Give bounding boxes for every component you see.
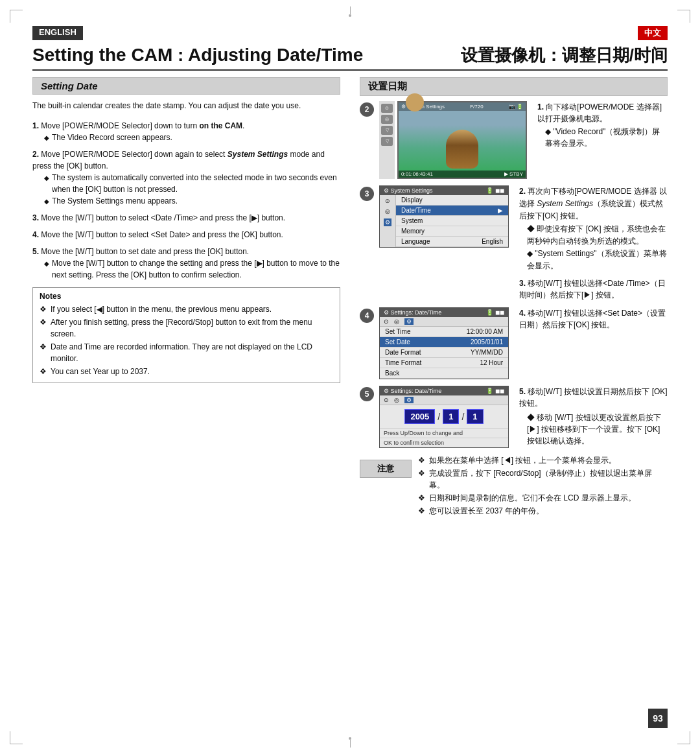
step-5: 5. Move the [W/T] button to set date and… [32,246,340,281]
notes-item-2: ❖ After you finish setting, press the [R… [40,316,333,340]
step-1: 1. Move [POWER/MODE Selector] down to tu… [32,120,340,143]
cn-note-1: ❖ 如果您在菜单中选择 [◀] 按钮，上一个菜单将会显示。 [418,454,668,466]
step-2: 2. Move [POWER/MODE Selector] down again… [32,148,340,207]
lang-badges: ENGLISH 中文 [32,26,668,40]
step-1-bullet: ◆ The Video Record screen appears. [44,132,340,143]
date-month: 1 [443,409,459,424]
date-hint-2: OK to confirm selection [380,438,508,447]
notes-item-3: ❖ Date and Time are recorded information… [40,341,333,364]
main-title-en: Setting the CAM : Adjusting Date/Time [32,45,363,65]
cam-row-4: 4 ⚙ Settings: Date/Time 🔋 ◼◼ ⊙◎⚙ Set [360,307,668,379]
cam-icon-3: ▽ [381,126,393,135]
cam-row-5: 5 ⚙ Settings: Date/Time 🔋 ◼◼ ⊙◎⚙ 200 [360,386,668,448]
lang-badge-cn: 中文 [638,26,668,40]
date-set-screen: ⚙ Settings: Date/Time 🔋 ◼◼ ⊙◎⚙ 2005 / 1 … [379,386,509,448]
cn-step-4-text: 4. 移动[W/T] 按钮以选择<Set Date>（设置日期）然后按下[OK]… [519,307,668,331]
step-4: 4. Move the [W/T] button to select <Set … [32,229,340,241]
cam-icon-1: ⊙ [381,104,393,113]
notes-item-1: ❖ If you select [◀] button in the menu, … [40,303,333,315]
cn-note-4: ❖ 您可以设置长至 2037 年的年份。 [418,505,668,517]
cam-sidebar: ⊙ ◎ ▽ ▽ [379,101,395,179]
step-circle-2: 2 [360,102,374,117]
col-left: Setting Date The built-in calendar creat… [32,77,340,518]
main-title-row: Setting the CAM : Adjusting Date/Time 设置… [32,44,668,71]
video-bottom: 0:01:06:43:41 ▶ STBY [399,171,526,178]
notes-box: Notes ❖ If you select [◀] button in the … [32,287,340,383]
step-circle-4: 4 [360,309,374,323]
cam-icon-2: ◎ [381,115,393,124]
intro-text-en: The built-in calendar creates the date s… [32,100,340,112]
cn-note-2: ❖ 完成设置后，按下 [Record/Stop]（录制/停止）按钮以退出菜单屏幕… [418,467,668,491]
cn-notes-list: ❖ 如果您在菜单中选择 [◀] 按钮，上一个菜单将会显示。 ❖ 完成设置后，按下… [418,454,668,518]
zhuyi-box: 注意 [360,460,412,478]
cam-screens: 2 ⊙ ◎ ▽ ▽ ⚙ System Settings [360,101,668,448]
step-circle-5: 5 [360,387,374,401]
lang-badge-en: ENGLISH [32,26,83,40]
sys-screen-3: ⚙ System Settings 🔋 ◼◼ ⊙ ◎ ⚙ D [379,185,509,248]
section-header-en: Setting Date [32,77,340,95]
cam-row-2: 2 ⊙ ◎ ▽ ▽ ⚙ System Settings [360,101,668,179]
date-day: 1 [467,409,483,424]
date-year: 2005 [404,409,435,424]
video-person-head [406,93,424,112]
notes-item-4: ❖ You can set Year up to 2037. [40,366,333,377]
page-number: 93 [648,709,668,728]
cam-icon-4: ▽ [381,137,393,146]
col-right: 设置日期 2 ⊙ ◎ ▽ ▽ [360,77,668,518]
video-screen: ⚙ System Settings F/720 📷 🔋 0:01:06:43:4… [397,101,527,179]
date-hint-1: Press Up/Down to change and [380,428,508,438]
cn-step-1-text: 1. 向下移动[POWER/MODE 选择器] 以打开摄像机电源。 ◆ "Vid… [537,101,668,149]
section-header-cn: 设置日期 [360,77,668,96]
cn-step-5-text: 5. 移动[W/T] 按钮以设置日期然后按下 [OK] 按钮。 ◆ 移动 [W/… [519,386,668,447]
cn-notes-area: 注意 ❖ 如果您在菜单中选择 [◀] 按钮，上一个菜单将会显示。 ❖ 完成设置后… [360,454,668,518]
step-circle-3: 3 [360,187,374,201]
cam-row-3: 3 ⚙ System Settings 🔋 ◼◼ ⊙ ◎ [360,185,668,301]
dt-screen-4: ⚙ Settings: Date/Time 🔋 ◼◼ ⊙◎⚙ Set Time1… [379,307,509,379]
step-3: 3. Move the [W/T] button to select <Date… [32,212,340,224]
video-person-body [446,130,478,169]
main-title-cn: 设置摄像机：调整日期/时间 [461,44,668,67]
cn-step-23-text: 2. 再次向下移动[POWER/MODE 选择器 以选择 System Sett… [519,185,668,301]
notes-label: Notes [40,292,333,301]
cn-note-3: ❖ 日期和时间是录制的信息。它们不会在 LCD 显示器上显示。 [418,492,668,504]
